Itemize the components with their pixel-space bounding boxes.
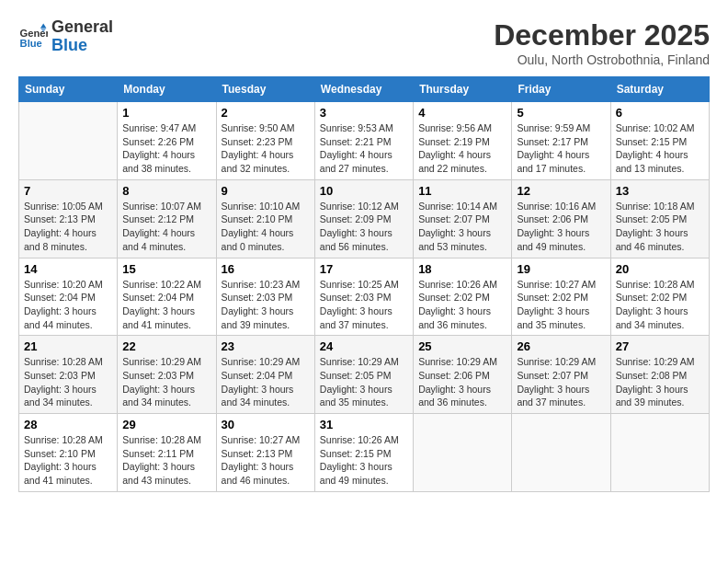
- calendar-cell: 13Sunrise: 10:18 AMSunset: 2:05 PMDaylig…: [610, 179, 709, 258]
- calendar-cell: [414, 414, 512, 492]
- calendar-cell: 9Sunrise: 10:10 AMSunset: 2:10 PMDayligh…: [216, 179, 314, 258]
- day-info: Sunrise: 10:16 AMSunset: 2:06 PMDaylight…: [517, 200, 605, 254]
- day-number: 19: [517, 262, 605, 276]
- calendar-cell: 25Sunrise: 10:29 AMSunset: 2:06 PMDaylig…: [414, 336, 512, 414]
- weekday-header-thursday: Thursday: [414, 77, 512, 102]
- calendar-cell: 21Sunrise: 10:28 AMSunset: 2:03 PMDaylig…: [19, 336, 118, 414]
- day-number: 29: [122, 418, 210, 431]
- weekday-header-wednesday: Wednesday: [314, 77, 413, 102]
- day-number: 30: [222, 418, 310, 431]
- day-info: Sunrise: 10:26 AMSunset: 2:15 PMDaylight…: [320, 433, 408, 488]
- weekday-header-monday: Monday: [118, 77, 216, 102]
- day-number: 22: [122, 339, 210, 353]
- calendar-cell: 5Sunrise: 9:59 AMSunset: 2:17 PMDaylight…: [512, 102, 610, 180]
- weekday-header-tuesday: Tuesday: [216, 77, 314, 102]
- day-number: 20: [616, 262, 704, 276]
- calendar-cell: 3Sunrise: 9:53 AMSunset: 2:21 PMDaylight…: [314, 102, 413, 180]
- day-number: 10: [320, 184, 408, 198]
- calendar-cell: 26Sunrise: 10:29 AMSunset: 2:07 PMDaylig…: [512, 336, 610, 414]
- calendar-cell: 4Sunrise: 9:56 AMSunset: 2:19 PMDaylight…: [414, 102, 512, 180]
- day-number: 31: [320, 418, 408, 431]
- day-number: 24: [320, 339, 408, 353]
- day-number: 7: [24, 184, 112, 198]
- logo-text: General Blue: [51, 18, 113, 55]
- day-info: Sunrise: 9:56 AMSunset: 2:19 PMDaylight:…: [418, 121, 506, 176]
- calendar-cell: 19Sunrise: 10:27 AMSunset: 2:02 PMDaylig…: [512, 258, 610, 336]
- day-info: Sunrise: 10:22 AMSunset: 2:04 PMDaylight…: [122, 278, 210, 332]
- calendar-cell: 20Sunrise: 10:28 AMSunset: 2:02 PMDaylig…: [610, 258, 709, 336]
- day-number: 4: [418, 106, 506, 120]
- page-header: General Blue General Blue December 2025 …: [18, 18, 710, 67]
- day-info: Sunrise: 10:07 AMSunset: 2:12 PMDaylight…: [122, 200, 210, 254]
- day-info: Sunrise: 10:20 AMSunset: 2:04 PMDaylight…: [24, 278, 112, 332]
- month-title: December 2025: [494, 18, 710, 52]
- day-number: 2: [222, 106, 310, 120]
- day-info: Sunrise: 9:50 AMSunset: 2:23 PMDaylight:…: [222, 121, 310, 176]
- calendar-cell: 28Sunrise: 10:28 AMSunset: 2:10 PMDaylig…: [19, 414, 118, 492]
- calendar-cell: 16Sunrise: 10:23 AMSunset: 2:03 PMDaylig…: [216, 258, 314, 336]
- day-info: Sunrise: 10:05 AMSunset: 2:13 PMDaylight…: [24, 200, 112, 254]
- day-number: 3: [320, 106, 408, 120]
- location-subtitle: Oulu, North Ostrobothnia, Finland: [494, 52, 710, 67]
- day-number: 9: [222, 184, 310, 198]
- calendar-cell: 8Sunrise: 10:07 AMSunset: 2:12 PMDayligh…: [118, 179, 216, 258]
- calendar-cell: 6Sunrise: 10:02 AMSunset: 2:15 PMDayligh…: [610, 102, 709, 180]
- day-info: Sunrise: 10:26 AMSunset: 2:02 PMDaylight…: [418, 278, 506, 332]
- calendar-cell: 27Sunrise: 10:29 AMSunset: 2:08 PMDaylig…: [610, 336, 709, 414]
- day-info: Sunrise: 10:28 AMSunset: 2:02 PMDaylight…: [616, 278, 704, 332]
- weekday-header-sunday: Sunday: [19, 77, 118, 102]
- day-info: Sunrise: 10:29 AMSunset: 2:06 PMDaylight…: [418, 355, 506, 409]
- calendar-week-row: 14Sunrise: 10:20 AMSunset: 2:04 PMDaylig…: [19, 258, 710, 336]
- calendar-week-row: 1Sunrise: 9:47 AMSunset: 2:26 PMDaylight…: [19, 102, 710, 180]
- calendar-cell: 24Sunrise: 10:29 AMSunset: 2:05 PMDaylig…: [314, 336, 413, 414]
- day-info: Sunrise: 10:10 AMSunset: 2:10 PMDaylight…: [222, 200, 310, 254]
- calendar-cell: [512, 414, 610, 492]
- calendar-cell: [610, 414, 709, 492]
- calendar-week-row: 21Sunrise: 10:28 AMSunset: 2:03 PMDaylig…: [19, 336, 710, 414]
- day-number: 27: [616, 339, 704, 353]
- day-info: Sunrise: 9:59 AMSunset: 2:17 PMDaylight:…: [517, 121, 605, 176]
- calendar-cell: 23Sunrise: 10:29 AMSunset: 2:04 PMDaylig…: [216, 336, 314, 414]
- day-number: 16: [222, 262, 310, 276]
- day-info: Sunrise: 10:29 AMSunset: 2:07 PMDaylight…: [517, 355, 605, 409]
- calendar-cell: 2Sunrise: 9:50 AMSunset: 2:23 PMDaylight…: [216, 102, 314, 180]
- title-block: December 2025 Oulu, North Ostrobothnia, …: [494, 18, 710, 67]
- day-info: Sunrise: 10:29 AMSunset: 2:08 PMDaylight…: [616, 355, 704, 409]
- day-number: 17: [320, 262, 408, 276]
- day-info: Sunrise: 10:27 AMSunset: 2:02 PMDaylight…: [517, 278, 605, 332]
- day-info: Sunrise: 10:27 AMSunset: 2:13 PMDaylight…: [222, 433, 310, 488]
- day-number: 6: [616, 106, 704, 120]
- calendar-cell: 17Sunrise: 10:25 AMSunset: 2:03 PMDaylig…: [314, 258, 413, 336]
- day-info: Sunrise: 10:25 AMSunset: 2:03 PMDaylight…: [320, 278, 408, 332]
- logo: General Blue General Blue: [18, 18, 113, 55]
- calendar-table: SundayMondayTuesdayWednesdayThursdayFrid…: [18, 76, 710, 492]
- day-number: 1: [122, 106, 210, 120]
- day-number: 15: [122, 262, 210, 276]
- calendar-week-row: 7Sunrise: 10:05 AMSunset: 2:13 PMDayligh…: [19, 179, 710, 258]
- day-info: Sunrise: 10:14 AMSunset: 2:07 PMDaylight…: [418, 200, 506, 254]
- day-info: Sunrise: 10:28 AMSunset: 2:10 PMDaylight…: [24, 433, 112, 488]
- day-info: Sunrise: 9:47 AMSunset: 2:26 PMDaylight:…: [122, 121, 210, 176]
- day-number: 14: [24, 262, 112, 276]
- calendar-cell: 10Sunrise: 10:12 AMSunset: 2:09 PMDaylig…: [314, 179, 413, 258]
- calendar-cell: 1Sunrise: 9:47 AMSunset: 2:26 PMDaylight…: [118, 102, 216, 180]
- day-number: 8: [122, 184, 210, 198]
- day-info: Sunrise: 9:53 AMSunset: 2:21 PMDaylight:…: [320, 121, 408, 176]
- calendar-cell: 7Sunrise: 10:05 AMSunset: 2:13 PMDayligh…: [19, 179, 118, 258]
- weekday-header-friday: Friday: [512, 77, 610, 102]
- day-number: 5: [517, 106, 605, 120]
- weekday-header-saturday: Saturday: [610, 77, 709, 102]
- day-number: 11: [418, 184, 506, 198]
- calendar-cell: 30Sunrise: 10:27 AMSunset: 2:13 PMDaylig…: [216, 414, 314, 492]
- day-number: 28: [24, 418, 112, 431]
- calendar-cell: 14Sunrise: 10:20 AMSunset: 2:04 PMDaylig…: [19, 258, 118, 336]
- day-info: Sunrise: 10:23 AMSunset: 2:03 PMDaylight…: [222, 278, 310, 332]
- day-info: Sunrise: 10:28 AMSunset: 2:03 PMDaylight…: [24, 355, 112, 409]
- day-number: 21: [24, 339, 112, 353]
- day-info: Sunrise: 10:29 AMSunset: 2:05 PMDaylight…: [320, 355, 408, 409]
- calendar-cell: 22Sunrise: 10:29 AMSunset: 2:03 PMDaylig…: [118, 336, 216, 414]
- day-info: Sunrise: 10:28 AMSunset: 2:11 PMDaylight…: [122, 433, 210, 488]
- calendar-cell: 15Sunrise: 10:22 AMSunset: 2:04 PMDaylig…: [118, 258, 216, 336]
- day-number: 23: [222, 339, 310, 353]
- day-number: 18: [418, 262, 506, 276]
